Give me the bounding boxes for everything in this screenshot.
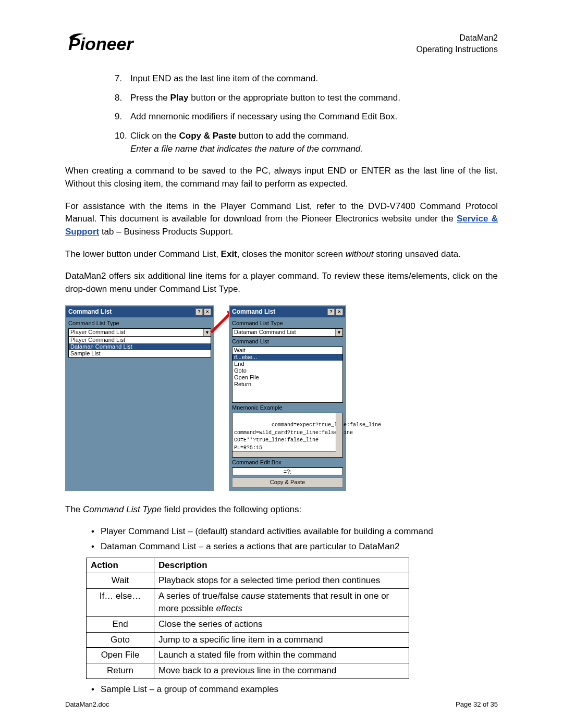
scrollbar-vertical[interactable] bbox=[336, 413, 342, 457]
page-footer: DataMan2.doc Page 32 of 35 bbox=[65, 700, 498, 708]
cmd-open-file[interactable]: Open File bbox=[232, 374, 342, 381]
bullet-sample-list: • Sample List – a group of command examp… bbox=[91, 683, 498, 696]
step-9: 9. Add mnemonic modifiers if necessary u… bbox=[115, 110, 498, 124]
step-8: 8. Press the Play button or the appropri… bbox=[115, 92, 498, 105]
cmd-return[interactable]: Return bbox=[232, 381, 342, 388]
paragraph-exit: The lower button under Command List, Exi… bbox=[65, 248, 498, 261]
step-10-note: Enter a file name that indicates the nat… bbox=[130, 144, 363, 154]
bullet-player-list: • Player Command List – (default) standa… bbox=[91, 525, 498, 538]
table-row: Wait Playback stops for a selected time … bbox=[87, 573, 409, 589]
table-row: Return Move back to a previous line in t… bbox=[87, 663, 409, 679]
table-row: If… else… A series of true/false cause s… bbox=[87, 588, 409, 616]
action-description-table: Action Description Wait Playback stops f… bbox=[86, 558, 409, 679]
step-10: 10. Click on the Copy & Paste button to … bbox=[115, 130, 498, 155]
page-header: Pioneer DataMan2 Operating Instructions bbox=[65, 32, 498, 55]
option-dataman-command-list[interactable]: Dataman Command List bbox=[69, 343, 211, 350]
col-description: Description bbox=[154, 558, 409, 573]
col-action: Action bbox=[87, 558, 154, 573]
doc-meta: DataMan2 Operating Instructions bbox=[416, 32, 498, 55]
paragraph-service-support: For assistance with the items in the Pla… bbox=[65, 200, 498, 239]
numbered-steps: 7. Input END as the last line item of th… bbox=[65, 72, 498, 155]
table-header-row: Action Description bbox=[87, 558, 409, 573]
cmd-if-else[interactable]: if...else... bbox=[232, 354, 342, 361]
table-row: Goto Jump to a specific line item in a c… bbox=[87, 632, 409, 648]
screenshot-row: Command List ? × Command List Type Playe… bbox=[65, 305, 498, 491]
paragraph-options-intro: The Command List Type field provides the… bbox=[65, 503, 498, 516]
cmd-goto[interactable]: Goto bbox=[232, 367, 342, 374]
listbox-commands[interactable]: Wait if...else... End Goto Open File Ret… bbox=[232, 347, 343, 403]
label-command-list: Command List bbox=[232, 338, 343, 346]
help-button[interactable]: ? bbox=[327, 309, 335, 315]
pioneer-logo-icon: Pioneer bbox=[65, 32, 180, 54]
chevron-down-icon[interactable]: ▼ bbox=[203, 329, 211, 336]
label-command-list-type: Command List Type bbox=[68, 319, 211, 328]
doc-subtitle: Operating Instructions bbox=[416, 44, 498, 55]
listbox-command-list-type[interactable]: Player Command List Dataman Command List… bbox=[68, 336, 211, 357]
paragraph-end-note: When creating a command to be saved to t… bbox=[65, 165, 498, 190]
step-7: 7. Input END as the last line item of th… bbox=[115, 72, 498, 85]
close-button[interactable]: × bbox=[204, 309, 211, 315]
table-row: Open File Launch a stated file from with… bbox=[87, 648, 409, 663]
footer-page-number: Page 32 of 35 bbox=[456, 700, 498, 708]
cmd-end[interactable]: End bbox=[232, 361, 342, 367]
dialog-command-list-right: Command List ? × Command List Type Datam… bbox=[229, 305, 346, 491]
combo-command-list-type[interactable]: Dataman Command List ▼ bbox=[232, 328, 343, 337]
mnemonic-example-box[interactable]: command=expect?true_line:false_line comm… bbox=[232, 413, 343, 458]
label-command-list-type: Command List Type bbox=[232, 319, 343, 328]
cmd-wait[interactable]: Wait bbox=[232, 347, 342, 354]
option-player-command-list[interactable]: Player Command List bbox=[69, 337, 211, 343]
scrollbar-horizontal[interactable] bbox=[232, 451, 336, 457]
combo-command-list-type[interactable]: Player Command List ▼ bbox=[68, 328, 211, 337]
svg-text:Pioneer: Pioneer bbox=[68, 34, 134, 54]
close-button[interactable]: × bbox=[336, 309, 343, 315]
dialog-titlebar: Command List ? × bbox=[230, 306, 345, 317]
options-bullet-list-after: • Sample List – a group of command examp… bbox=[65, 683, 498, 696]
option-sample-list[interactable]: Sample List bbox=[69, 350, 211, 357]
chevron-down-icon[interactable]: ▼ bbox=[335, 329, 342, 336]
footer-filename: DataMan2.doc bbox=[65, 700, 109, 708]
dialog-command-list-left: Command List ? × Command List Type Playe… bbox=[65, 305, 214, 491]
dialog-titlebar: Command List ? × bbox=[66, 306, 213, 317]
body-content: 7. Input END as the last line item of th… bbox=[65, 72, 498, 696]
help-button[interactable]: ? bbox=[195, 309, 203, 315]
paragraph-six-items: DataMan2 offers six additional line item… bbox=[65, 270, 498, 295]
table-row: End Close the series of actions bbox=[87, 617, 409, 633]
bullet-dataman-list: • Dataman Command List – a series a acti… bbox=[91, 540, 498, 553]
options-bullet-list: • Player Command List – (default) standa… bbox=[65, 525, 498, 553]
label-mnemonic-example: Mnemonic Example bbox=[232, 404, 343, 412]
doc-title: DataMan2 bbox=[416, 32, 498, 44]
